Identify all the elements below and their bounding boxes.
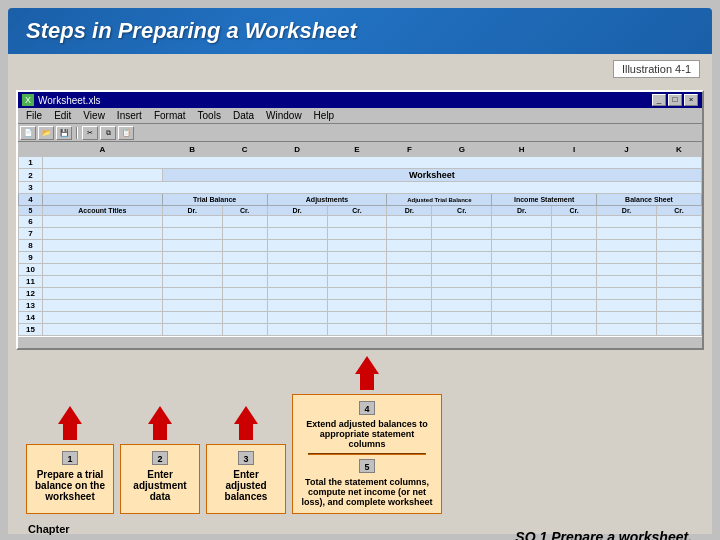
minimize-button[interactable]: _ [652,94,666,106]
toolbar-copy[interactable]: ⧉ [100,126,116,140]
arrow-4-body [360,374,374,390]
chapter-label: Chapter 4-29 [28,522,70,540]
steps-area: 1 Prepare a trial balance on the workshe… [16,356,704,514]
sheet-table: A B C D E F G H I J K [18,142,702,336]
bs-dr: Dr. [597,206,657,216]
row-1: 1 [19,157,43,169]
income-statement-header: Income Statement [492,194,597,206]
step-1-text: Prepare a trial balance on the worksheet [35,469,105,502]
col-e: E [327,143,387,157]
col-c: C [222,143,267,157]
toolbar-cut[interactable]: ✂ [82,126,98,140]
title-bar: Steps in Preparing a Worksheet [8,8,712,54]
step-4-text: Extend adjusted balances to appropriate … [301,419,433,449]
menu-data[interactable]: Data [227,109,260,122]
toolbar-open[interactable]: 📂 [38,126,54,140]
so-label: SO 1 Prepare a worksheet. [515,529,692,540]
is-cr: Cr. [552,206,597,216]
step-5-number: 5 [359,459,375,473]
bs-cr: Cr. [656,206,701,216]
row-2: 2 [19,169,43,182]
step-3-text: Enter adjusted balances [215,469,277,502]
row-5: 5 [19,206,43,216]
excel-icon: X [22,94,34,106]
account-titles-label: Account Titles [42,206,162,216]
menu-view[interactable]: View [77,109,111,122]
arrow-2-head [148,406,172,424]
close-button[interactable]: × [684,94,698,106]
col-d: D [267,143,327,157]
excel-menu-bar: File Edit View Insert Format Tools Data … [18,108,702,124]
maximize-button[interactable]: □ [668,94,682,106]
excel-win-controls: _ □ × [652,94,698,106]
illustration-label: Illustration 4-1 [613,60,700,78]
main-content: Illustration 4-1 X Worksheet.xls _ □ × F… [8,54,712,534]
excel-filename: Worksheet.xls [38,95,101,106]
step-2-box: 2 Enter adjustment data [120,444,200,514]
step-3-box: 3 Enter adjusted balances [206,444,286,514]
col-a: A [42,143,162,157]
menu-file[interactable]: File [20,109,48,122]
menu-format[interactable]: Format [148,109,192,122]
arrow-1-head [58,406,82,424]
step-2-number: 2 [152,451,168,465]
step-4-container: 4 Extend adjusted balances to appropriat… [292,356,442,514]
page-title: Steps in Preparing a Worksheet [26,18,357,43]
atb-cr: Cr. [432,206,492,216]
trial-balance-header: Trial Balance [162,194,267,206]
toolbar-new[interactable]: 📄 [20,126,36,140]
arrow-4-head [355,356,379,374]
adjustments-header: Adjustments [267,194,387,206]
corner-header [19,143,43,157]
step-3-container: 3 Enter adjusted balances [206,406,286,514]
excel-toolbar: 📄 📂 💾 ✂ ⧉ 📋 [18,124,702,142]
toolbar-save[interactable]: 💾 [56,126,72,140]
arrow-3-head [234,406,258,424]
step-4-5-box: 4 Extend adjusted balances to appropriat… [292,394,442,514]
menu-tools[interactable]: Tools [192,109,227,122]
col-h: H [492,143,552,157]
worksheet-title-cell: Worksheet [162,169,701,182]
arrow-1-body [63,424,77,440]
step-2-container: 2 Enter adjustment data [120,406,200,514]
cell-3a[interactable] [42,182,701,194]
cell-4a [42,194,162,206]
col-f: F [387,143,432,157]
step-1-box: 1 Prepare a trial balance on the workshe… [26,444,114,514]
col-g: G [432,143,492,157]
excel-window: X Worksheet.xls _ □ × File Edit View Ins… [16,90,704,350]
col-j: J [597,143,657,157]
step-1-container: 1 Prepare a trial balance on the workshe… [26,406,114,514]
toolbar-paste[interactable]: 📋 [118,126,134,140]
adj-trial-balance-header: Adjusted Trial Balance [387,194,492,206]
toolbar-sep1 [76,127,78,139]
cell-2a[interactable] [42,169,162,182]
arrow-2-body [153,424,167,440]
excel-title-bar: X Worksheet.xls _ □ × [18,92,702,108]
step-2-text: Enter adjustment data [129,469,191,502]
menu-help[interactable]: Help [308,109,341,122]
is-dr: Dr. [492,206,552,216]
adj-cr: Cr. [327,206,387,216]
excel-title-left: X Worksheet.xls [22,94,101,106]
bottom-area: Chapter 4-29 SO 1 Prepare a worksheet. [16,518,704,540]
step-1-number: 1 [62,451,78,465]
row-4: 4 [19,194,43,206]
tb-dr: Dr. [162,206,222,216]
col-k: K [656,143,701,157]
cell-1a[interactable] [42,157,701,169]
balance-sheet-header: Balance Sheet [597,194,702,206]
step-3-number: 3 [238,451,254,465]
menu-edit[interactable]: Edit [48,109,77,122]
chapter-text: Chapter [28,523,70,535]
spreadsheet: A B C D E F G H I J K [18,142,702,337]
tb-cr: Cr. [222,206,267,216]
menu-window[interactable]: Window [260,109,308,122]
atb-dr: Dr. [387,206,432,216]
row-3: 3 [19,182,43,194]
step-4-number: 4 [359,401,375,415]
arrow-3-body [239,424,253,440]
step-5-text: Total the statement columns, compute net… [301,477,433,507]
menu-insert[interactable]: Insert [111,109,148,122]
col-b: B [162,143,222,157]
